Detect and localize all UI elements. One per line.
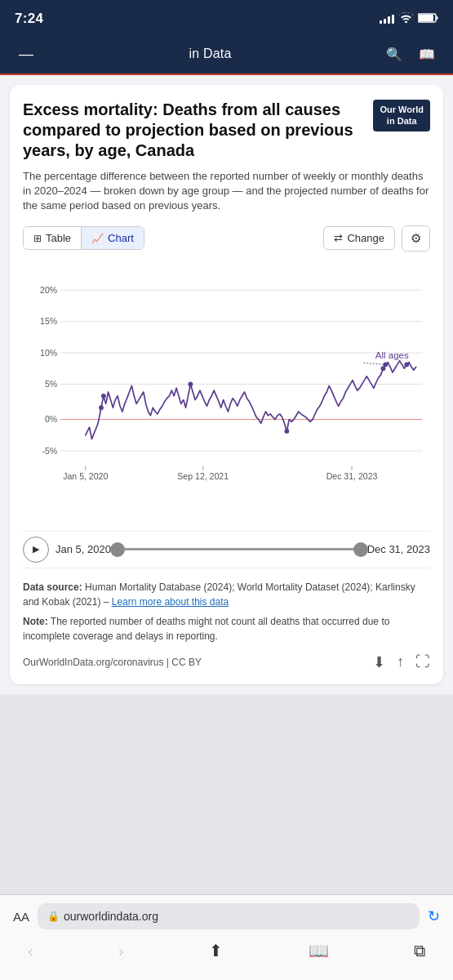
chart-subtitle: The percentage difference between the re… bbox=[23, 169, 430, 214]
change-button[interactable]: ⇄ Change bbox=[323, 226, 395, 250]
fullscreen-button[interactable]: ⛶ bbox=[415, 653, 430, 670]
footer-actions: ⬇ ↑ ⛶ bbox=[373, 653, 430, 671]
status-bar: 7:24 bbox=[0, 0, 453, 36]
table-tab[interactable]: ⊞ Table bbox=[24, 227, 82, 249]
download-button[interactable]: ⬇ bbox=[373, 653, 385, 671]
chart-tab-label: Chart bbox=[108, 232, 134, 244]
source-prefix: Data source: bbox=[23, 581, 82, 593]
chart-svg: 20% 15% 10% 5% 0% -5% Jan 5, 2020 Sep 12… bbox=[23, 261, 430, 523]
chart-icon: 📈 bbox=[91, 233, 104, 244]
title-row: Excess mortality: Deaths from all causes… bbox=[23, 100, 430, 161]
address-bar[interactable]: 🔒 ourworldindata.org bbox=[38, 903, 420, 929]
play-icon: ▶ bbox=[33, 544, 39, 555]
svg-text:20%: 20% bbox=[40, 285, 57, 295]
download-icon: ⬇ bbox=[373, 654, 385, 670]
svg-text:10%: 10% bbox=[40, 347, 57, 357]
svg-point-21 bbox=[99, 405, 104, 410]
book-icon[interactable]: 📖 bbox=[415, 47, 438, 62]
share-button[interactable]: ↑ bbox=[397, 653, 404, 670]
chart-container: 20% 15% 10% 5% 0% -5% Jan 5, 2020 Sep 12… bbox=[23, 261, 430, 523]
browser-address-row: AA 🔒 ourworldindata.org ↻ bbox=[13, 903, 440, 929]
svg-point-23 bbox=[188, 381, 193, 386]
settings-button[interactable]: ⚙ bbox=[402, 225, 430, 252]
chart-card: Excess mortality: Deaths from all causes… bbox=[10, 85, 443, 684]
timeline-end-label: Dec 31, 2023 bbox=[367, 543, 430, 555]
play-button[interactable]: ▶ bbox=[23, 537, 49, 563]
search-nav-icon[interactable]: 🔍 bbox=[383, 47, 406, 62]
change-label: Change bbox=[347, 232, 384, 244]
status-time: 7:24 bbox=[15, 11, 43, 27]
tabs-button[interactable]: ⧉ bbox=[407, 938, 432, 964]
minimize-icon[interactable]: — bbox=[15, 46, 38, 63]
signal-bars-icon bbox=[380, 14, 394, 24]
note-body: The reported number of deaths might not … bbox=[23, 616, 389, 642]
svg-text:-5%: -5% bbox=[42, 445, 57, 455]
svg-text:All ages: All ages bbox=[375, 350, 409, 359]
brand-badge: Our World in Data bbox=[373, 100, 430, 131]
font-size-control[interactable]: AA bbox=[13, 910, 29, 924]
wifi-icon bbox=[399, 12, 413, 25]
back-button[interactable]: ‹ bbox=[21, 938, 40, 964]
gear-icon: ⚙ bbox=[411, 231, 421, 245]
svg-point-27 bbox=[404, 362, 409, 367]
svg-text:Jan 5, 2020: Jan 5, 2020 bbox=[63, 471, 108, 481]
toolbar: ⊞ Table 📈 Chart ⇄ Change ⚙ bbox=[23, 225, 430, 252]
footer-url: OurWorldInData.org/coronavirus | CC BY bbox=[23, 657, 202, 668]
nav-bar: — in Data 🔍 📖 bbox=[0, 36, 453, 75]
chart-tab[interactable]: 📈 Chart bbox=[82, 227, 144, 249]
timeline-controls: ▶ Jan 5, 2020 Dec 31, 2023 bbox=[23, 531, 430, 568]
svg-point-22 bbox=[101, 393, 106, 398]
bookmarks-button[interactable]: 📖 bbox=[302, 938, 335, 964]
timeline-handle-start[interactable] bbox=[110, 542, 125, 557]
svg-point-24 bbox=[285, 429, 290, 434]
share-page-button[interactable]: ⬆ bbox=[202, 938, 229, 964]
svg-text:0%: 0% bbox=[45, 414, 57, 424]
learn-more-link[interactable]: Learn more about this data bbox=[112, 596, 229, 608]
table-tab-label: Table bbox=[46, 232, 71, 244]
brand-line2: in Data bbox=[380, 115, 424, 127]
timeline-handle-end[interactable] bbox=[353, 542, 368, 557]
svg-text:5%: 5% bbox=[45, 379, 57, 389]
chart-title: Excess mortality: Deaths from all causes… bbox=[23, 100, 365, 161]
svg-text:Sep 12, 2021: Sep 12, 2021 bbox=[177, 471, 229, 481]
note-prefix: Note: bbox=[23, 616, 48, 627]
brand-line1: Our World bbox=[380, 104, 424, 115]
svg-point-26 bbox=[381, 366, 386, 371]
address-url: ourworldindata.org bbox=[64, 910, 158, 923]
browser-nav-row: ‹ › ⬆ 📖 ⧉ bbox=[13, 938, 440, 964]
svg-rect-1 bbox=[419, 15, 433, 21]
table-icon: ⊞ bbox=[33, 233, 42, 244]
timeline-slider[interactable] bbox=[118, 548, 361, 550]
change-icon: ⇄ bbox=[334, 232, 343, 244]
content-area: Excess mortality: Deaths from all causes… bbox=[0, 75, 453, 694]
source-text: Data source: Human Mortality Database (2… bbox=[23, 580, 430, 609]
card-footer: OurWorldInData.org/coronavirus | CC BY ⬇… bbox=[23, 653, 430, 671]
browser-bar: AA 🔒 ourworldindata.org ↻ ‹ › ⬆ 📖 ⧉ bbox=[0, 894, 453, 980]
share-icon: ↑ bbox=[397, 653, 404, 670]
nav-title: in Data bbox=[189, 47, 231, 61]
refresh-icon[interactable]: ↻ bbox=[428, 907, 440, 925]
note-text: Note: The reported number of deaths migh… bbox=[23, 614, 430, 644]
battery-icon bbox=[418, 13, 438, 25]
toolbar-right: ⇄ Change ⚙ bbox=[323, 225, 430, 252]
forward-button[interactable]: › bbox=[112, 938, 131, 964]
status-icons bbox=[380, 12, 438, 25]
fullscreen-icon: ⛶ bbox=[415, 653, 430, 670]
svg-text:Dec 31, 2023: Dec 31, 2023 bbox=[326, 471, 378, 481]
timeline-progress bbox=[118, 548, 361, 550]
svg-rect-2 bbox=[437, 16, 438, 20]
timeline-start-label: Jan 5, 2020 bbox=[56, 543, 111, 555]
svg-line-29 bbox=[363, 363, 385, 364]
lock-icon: 🔒 bbox=[47, 911, 60, 922]
view-tabs: ⊞ Table 📈 Chart bbox=[23, 226, 144, 250]
svg-text:15%: 15% bbox=[40, 316, 57, 326]
